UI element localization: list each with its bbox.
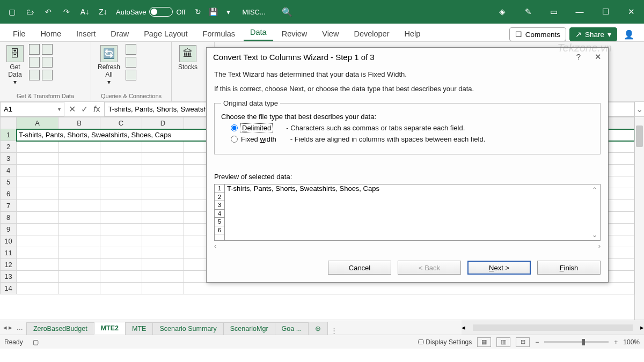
preview-scroll-up-icon[interactable]: ⌃ [592, 186, 597, 194]
tab-review[interactable]: Review [275, 26, 314, 41]
toggle-icon[interactable] [149, 7, 173, 17]
sheet-tab[interactable]: Goa ... [275, 322, 309, 335]
queries-mini[interactable] [126, 44, 136, 80]
normal-view-icon[interactable]: ▦ [477, 337, 491, 347]
close-dialog-icon[interactable]: ✕ [595, 52, 602, 62]
row-header[interactable]: 3 [1, 153, 17, 165]
save-icon[interactable]: 💾 [206, 4, 221, 19]
qat-more-icon[interactable]: ▾ [221, 4, 236, 19]
zoom-level[interactable]: 100% [623, 338, 640, 346]
sort-asc-icon[interactable]: A↓ [77, 4, 92, 19]
sheet-tab[interactable]: Scenario Summary [152, 322, 223, 335]
preview-scroll-right-icon[interactable]: › [598, 242, 601, 250]
chevron-down-icon: ▾ [107, 78, 111, 86]
new-sheet-button[interactable]: ⊕ [308, 322, 328, 335]
search-icon[interactable]: 🔍 [282, 7, 292, 17]
minimize-icon[interactable]: — [571, 7, 588, 17]
zoom-slider[interactable] [544, 341, 609, 343]
expand-formula-icon[interactable]: ⌄ [634, 102, 644, 116]
tab-draw[interactable]: Draw [104, 26, 135, 41]
comments-button[interactable]: ☐ Comments [509, 27, 566, 41]
accept-formula-icon[interactable]: ✓ [81, 104, 88, 114]
tab-formulas[interactable]: Formulas [196, 26, 241, 41]
col-header[interactable]: A [17, 117, 58, 129]
get-transform-mini[interactable] [29, 44, 53, 80]
finish-button[interactable]: Finish [537, 261, 601, 275]
tab-data[interactable]: Data [244, 25, 273, 41]
radio-delimited[interactable] [231, 124, 238, 131]
new-file-icon[interactable]: ▢ [4, 4, 19, 19]
sort-desc-icon[interactable]: Z↓ [96, 4, 111, 19]
refresh-icon[interactable]: ↻ [191, 4, 206, 19]
share-button[interactable]: ↗ Share ▾ [569, 27, 617, 41]
row-header[interactable]: 12 [1, 259, 17, 271]
sheet-menu-icon[interactable]: ⋮ [327, 327, 341, 335]
page-break-view-icon[interactable]: ⊞ [516, 337, 530, 347]
radio-fixed-width[interactable] [231, 136, 238, 143]
preview-scroll-down-icon[interactable]: ⌄ [592, 231, 597, 239]
row-header[interactable]: 6 [1, 188, 17, 200]
refresh-all-button[interactable]: 🔄 Refresh All ▾ [96, 44, 122, 87]
col-header[interactable]: C [100, 117, 142, 129]
page-layout-view-icon[interactable]: ▥ [496, 337, 510, 347]
autosave-label: AutoSave [116, 8, 146, 16]
name-box[interactable]: A1 [0, 102, 64, 116]
row-header[interactable]: 10 [1, 235, 17, 247]
horizontal-scrollbar[interactable]: ◂▸ [462, 320, 644, 335]
sheet-nav[interactable]: ◂ ▸ … [0, 320, 26, 335]
group-legend: Original data type [221, 99, 280, 107]
tab-view[interactable]: View [316, 26, 345, 41]
sheet-tab[interactable]: ScenarioMgr [223, 322, 275, 335]
tab-page-layout[interactable]: Page Layout [137, 26, 194, 41]
sheet-tab[interactable]: ZeroBasedBudget [26, 322, 94, 335]
autosave-toggle[interactable]: AutoSave Off [116, 7, 185, 17]
display-settings-button[interactable]: 🖵 Display Settings [418, 338, 472, 346]
vertical-scrollbar[interactable] [634, 117, 644, 320]
help-icon[interactable]: ? [576, 52, 581, 62]
radio-delimited-label[interactable]: Delimited [241, 124, 272, 132]
row-header[interactable]: 5 [1, 176, 17, 188]
sheet-tab[interactable]: MTE [125, 322, 153, 335]
tab-file[interactable]: File [6, 26, 32, 41]
col-header[interactable]: D [142, 117, 184, 129]
row-header[interactable]: 13 [1, 271, 17, 283]
undo-icon[interactable]: ↶ [41, 4, 56, 19]
tab-help[interactable]: Help [398, 26, 427, 41]
preview-line-numbers: 123456 [215, 184, 225, 240]
radio-fixed-width-label[interactable]: Fixed width [241, 135, 276, 143]
tab-developer[interactable]: Developer [347, 26, 396, 41]
diamond-icon[interactable]: ◈ [494, 7, 511, 17]
row-header[interactable]: 7 [1, 200, 17, 212]
cancel-button[interactable]: Cancel [328, 261, 391, 275]
select-all-corner[interactable] [1, 117, 17, 129]
next-button[interactable]: Next > [467, 261, 531, 275]
zoom-out-icon[interactable]: − [535, 338, 539, 346]
col-header[interactable]: B [58, 117, 100, 129]
tab-insert[interactable]: Insert [70, 26, 102, 41]
tab-home[interactable]: Home [34, 26, 68, 41]
account-icon[interactable]: 👤 [620, 29, 638, 40]
preview-scroll-left-icon[interactable]: ‹ [214, 242, 216, 250]
redo-icon[interactable]: ↷ [59, 4, 74, 19]
maximize-icon[interactable]: ☐ [597, 7, 614, 17]
row-header[interactable]: 2 [1, 141, 17, 153]
row-header[interactable]: 11 [1, 247, 17, 259]
close-icon[interactable]: ✕ [623, 7, 640, 17]
open-icon[interactable]: 🗁 [23, 4, 38, 19]
macro-record-icon[interactable]: ▢ [33, 338, 39, 346]
row-header[interactable]: 9 [1, 224, 17, 235]
row-header[interactable]: 1 [1, 129, 17, 141]
text-to-columns-dialog: Convert Text to Columns Wizard - Step 1 … [206, 47, 609, 283]
zoom-in-icon[interactable]: + [614, 338, 618, 346]
fx-icon[interactable]: fx [93, 105, 100, 114]
sheet-tab[interactable]: MTE2 [94, 322, 126, 335]
pen-icon[interactable]: ✎ [519, 7, 537, 17]
row-header[interactable]: 14 [1, 283, 17, 294]
cancel-formula-icon[interactable]: ✕ [69, 104, 76, 114]
ribbon-display-icon[interactable]: ▭ [545, 7, 562, 17]
stocks-button[interactable]: 🏛 Stocks [176, 44, 200, 72]
row-header[interactable]: 8 [1, 212, 17, 224]
get-data-button[interactable]: 🗄 Get Data ▾ [4, 44, 26, 87]
row-header[interactable]: 4 [1, 165, 17, 176]
preview-label: Preview of selected data: [214, 173, 601, 181]
